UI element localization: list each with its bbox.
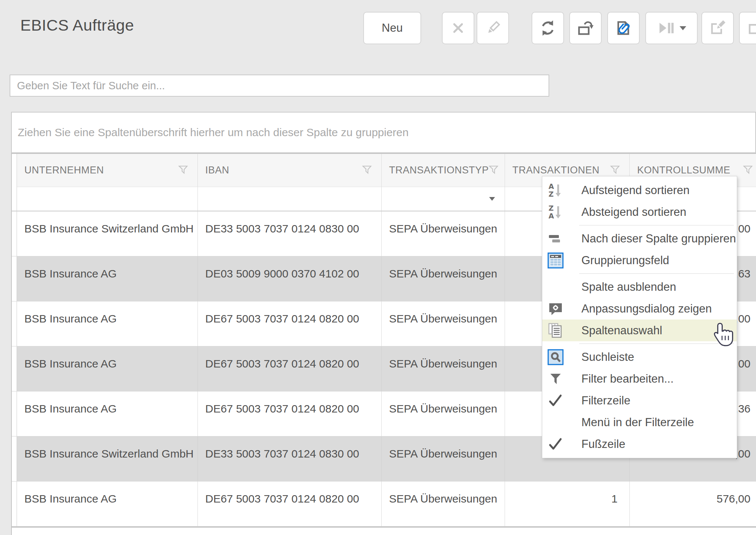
menu-item-filter-row-menu[interactable]: Menü in der Filterzeile <box>542 411 737 433</box>
cell-transaktionstyp: SEPA Überweisungen <box>382 346 505 391</box>
no-icon <box>547 279 564 295</box>
attachment-button[interactable] <box>607 12 640 44</box>
svg-text:Z: Z <box>549 190 554 198</box>
menu-separator <box>579 225 734 225</box>
menu-item-group-panel[interactable]: Gruppierungsfeld <box>542 249 737 271</box>
search-bar-icon <box>547 349 564 365</box>
svg-text:Z: Z <box>549 204 554 212</box>
header-rail <box>12 154 17 187</box>
filter-rail <box>12 187 17 211</box>
cell-iban: DE33 5003 7037 0124 0830 00 <box>198 436 382 481</box>
column-context-menu: AZ Aufsteigend sortieren ZA Absteigend s… <box>542 176 737 458</box>
neu-button[interactable]: Neu <box>363 12 421 44</box>
export-icon <box>746 19 756 37</box>
cell-unternehmen: BSB Insurance AG <box>17 482 198 526</box>
edit-form-button[interactable] <box>701 12 734 44</box>
menu-item-column-chooser[interactable]: Spaltenauswahl <box>542 320 737 341</box>
row-indicator <box>12 436 17 481</box>
cell-iban: DE33 5003 7037 0124 0830 00 <box>198 211 382 256</box>
cell-unternehmen: BSB Insurance AG <box>17 256 198 301</box>
pencil-icon <box>484 20 501 37</box>
menu-separator <box>579 273 734 274</box>
menu-item-group-by-column[interactable]: Nach dieser Spalte gruppieren <box>542 228 737 249</box>
row-indicator <box>12 346 17 391</box>
cell-unternehmen: BSB Insurance Switzerland GmbH <box>17 211 198 256</box>
attach-document-icon <box>615 19 632 37</box>
cell-iban: DE67 5003 7037 0124 0820 00 <box>198 482 382 526</box>
sort-za-icon: ZA <box>547 204 564 220</box>
menu-item-edit-filter[interactable]: Filter bearbeiten... <box>542 368 737 390</box>
menu-item-show-customization-dialog[interactable]: Anpassungsdialog zeigen <box>542 298 737 320</box>
filter-cell-transaktionstyp[interactable] <box>382 187 505 211</box>
menu-item-footer[interactable]: Fußzeile <box>542 433 737 455</box>
cell-iban: DE67 5003 7037 0124 0820 00 <box>198 391 382 436</box>
row-indicator <box>12 391 17 436</box>
column-header-iban[interactable]: IBAN <box>198 154 382 187</box>
run-pause-button[interactable] <box>645 12 698 44</box>
edit-button[interactable] <box>477 12 509 44</box>
group-panel-icon <box>547 252 564 269</box>
cell-transaktionstyp: SEPA Überweisungen <box>382 391 505 436</box>
svg-text:A: A <box>549 182 554 190</box>
cell-unternehmen: BSB Insurance AG <box>17 391 198 436</box>
refresh-button[interactable] <box>532 12 564 44</box>
chevron-down-icon <box>680 26 686 30</box>
refresh-icon <box>539 19 557 37</box>
cell-transaktionstyp: SEPA Überweisungen <box>382 211 505 256</box>
filter-funnel-icon[interactable] <box>178 162 188 179</box>
group-by-hint: Ziehen Sie eine Spaltenüberschrift hierh… <box>18 126 409 139</box>
svg-text:A: A <box>549 212 554 220</box>
menu-item-sort-descending[interactable]: ZA Absteigend sortieren <box>542 201 737 223</box>
menu-item-filter-row[interactable]: Filterzeile <box>542 390 737 411</box>
sort-az-icon: AZ <box>547 182 564 199</box>
row-indicator <box>12 256 17 301</box>
menu-item-search-panel[interactable]: Suchleiste <box>542 346 737 368</box>
cell-unternehmen: BSB Insurance AG <box>17 346 198 391</box>
search-input[interactable] <box>10 75 549 97</box>
hand-cursor <box>712 322 734 348</box>
restore-window-button[interactable] <box>569 12 602 44</box>
filter-cell-unternehmen[interactable] <box>17 187 198 211</box>
cell-iban: DE03 5009 9000 0370 4102 00 <box>198 256 382 301</box>
delete-button[interactable] <box>442 12 474 44</box>
cell-kontrollsumme: 576,00 <box>630 482 756 526</box>
export-button[interactable] <box>739 12 756 44</box>
row-indicator <box>12 211 17 256</box>
play-pause-icon <box>657 19 674 37</box>
group-by-panel: Ziehen Sie eine Spaltenüberschrift hierh… <box>11 112 756 153</box>
grid-footer <box>12 527 756 535</box>
cell-unternehmen: BSB Insurance AG <box>17 301 198 346</box>
column-header-unternehmen[interactable]: UNTERNEHMEN <box>17 154 198 187</box>
row-indicator <box>12 482 17 526</box>
cell-unternehmen: BSB Insurance Switzerland GmbH <box>17 436 198 481</box>
edit-form-icon <box>709 19 726 37</box>
menu-item-hide-column[interactable]: Spalte ausblenden <box>542 276 737 298</box>
cell-transaktionstyp: SEPA Überweisungen <box>382 256 505 301</box>
menu-item-sort-ascending[interactable]: AZ Aufsteigend sortieren <box>542 179 737 201</box>
x-icon <box>450 20 467 37</box>
cell-transaktionstyp: SEPA Überweisungen <box>382 301 505 346</box>
column-header-transaktionstyp[interactable]: TRANSAKTIONSTYP <box>382 154 505 187</box>
filter-cell-iban[interactable] <box>198 187 382 211</box>
filter-icon <box>547 371 564 387</box>
cell-transaktionstyp: SEPA Überweisungen <box>382 436 505 481</box>
cell-transaktionstyp: SEPA Überweisungen <box>382 482 505 526</box>
filter-dropdown-caret[interactable] <box>489 197 495 201</box>
restore-window-icon <box>577 19 594 37</box>
row-indicator <box>12 301 17 346</box>
table-row[interactable]: BSB Insurance AG DE67 5003 7037 0124 082… <box>12 482 756 527</box>
cell-iban: DE67 5003 7037 0124 0820 00 <box>198 346 382 391</box>
page-title: EBICS Aufträge <box>20 16 134 34</box>
menu-separator <box>579 344 734 344</box>
customize-icon <box>547 301 564 317</box>
group-by-icon <box>547 231 564 247</box>
cell-iban: DE67 5003 7037 0124 0820 00 <box>198 301 382 346</box>
filter-funnel-icon[interactable] <box>489 162 498 179</box>
filter-funnel-icon[interactable] <box>362 162 372 179</box>
no-icon <box>547 414 564 431</box>
column-chooser-icon <box>547 322 564 339</box>
neu-button-label: Neu <box>382 21 403 35</box>
check-icon <box>547 436 564 452</box>
filter-funnel-icon[interactable] <box>743 162 753 179</box>
cell-transaktionen: 1 <box>505 482 630 526</box>
